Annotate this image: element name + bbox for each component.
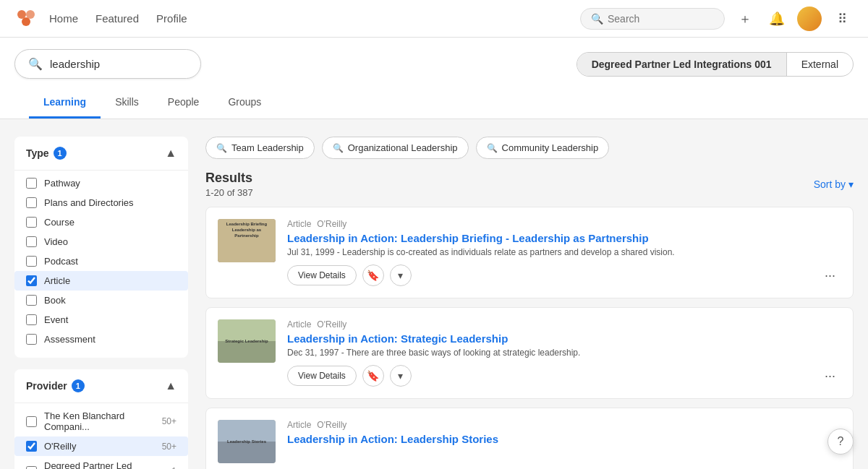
result-meta-2: Article O'Reilly	[287, 420, 841, 430]
sort-label: Sort by	[814, 178, 846, 190]
save-button-1[interactable]: ▾	[390, 365, 412, 387]
sort-chevron-icon: ▾	[848, 178, 854, 190]
label-assessment: Assessment	[44, 334, 176, 345]
filter-podcast[interactable]: Podcast	[14, 251, 188, 271]
chip-search-icon-1: 🔍	[333, 143, 344, 153]
chip-community-label: Community Leadership	[502, 142, 599, 153]
checkbox-book[interactable]	[26, 295, 37, 306]
filter-plans[interactable]: Plans and Directories	[14, 193, 188, 212]
result-content-type-2: Article	[287, 420, 311, 430]
nav-home[interactable]: Home	[49, 9, 78, 27]
nav-profile[interactable]: Profile	[156, 9, 187, 27]
filter-ken-blanchard[interactable]: The Ken Blanchard Compani... 50+	[14, 406, 188, 436]
main-layout: Type 1 ▲ Pathway Plans and Directories C…	[0, 119, 868, 469]
result-title-1[interactable]: Leadership in Action: Strategic Leadersh…	[287, 332, 841, 345]
chip-team-leadership[interactable]: 🔍 Team Leadership	[205, 137, 315, 159]
checkbox-plans[interactable]	[26, 197, 37, 208]
tab-skills[interactable]: Skills	[101, 87, 153, 119]
checkbox-article[interactable]	[26, 275, 37, 286]
result-title-2[interactable]: Leadership in Action: Leadership Stories	[287, 433, 841, 445]
type-filter-section: Type 1 ▲ Pathway Plans and Directories C…	[14, 137, 188, 358]
checkbox-video[interactable]	[26, 236, 37, 247]
more-options-button-0[interactable]: ···	[819, 265, 841, 286]
checkbox-course[interactable]	[26, 217, 37, 228]
nav-featured[interactable]: Featured	[95, 9, 139, 27]
checkbox-oreilly[interactable]	[26, 441, 37, 452]
result-meta-0: Article O'Reilly	[287, 219, 841, 229]
filter-pathway[interactable]: Pathway	[14, 173, 188, 193]
checkbox-assessment[interactable]	[26, 334, 37, 345]
view-details-button-0[interactable]: View Details	[287, 265, 357, 285]
label-oreilly: O'Reilly	[44, 441, 155, 452]
results-title: Results	[205, 171, 253, 186]
tenant-active[interactable]: Degreed Partner Led Integrations 001	[577, 53, 787, 76]
save-button-0[interactable]: ▾	[390, 264, 412, 286]
filter-book[interactable]: Book	[14, 291, 188, 310]
result-card-2: Leadership Stories Article O'Reilly Lead…	[205, 408, 854, 469]
tenant-external[interactable]: External	[787, 53, 853, 76]
type-filter-items: Pathway Plans and Directories Course Vid…	[14, 171, 188, 358]
filter-assessment[interactable]: Assessment	[14, 330, 188, 349]
bookmark-button-0[interactable]: 🔖	[362, 264, 384, 286]
provider-filter-label: Provider	[26, 380, 67, 392]
filter-video[interactable]: Video	[14, 232, 188, 251]
result-body-0: Article O'Reilly Leadership in Action: L…	[287, 219, 841, 286]
nav-search-bar[interactable]: 🔍	[580, 8, 725, 30]
sort-button[interactable]: Sort by ▾	[814, 178, 854, 190]
provider-filter-header[interactable]: Provider 1 ▲	[14, 369, 188, 403]
result-desc-0: Jul 31, 1999 - Leadership is co-created …	[287, 247, 841, 257]
filter-oreilly[interactable]: O'Reilly 50+	[14, 436, 188, 456]
checkbox-pathway[interactable]	[26, 178, 37, 189]
tenant-pill-group: Degreed Partner Led Integrations 001 Ext…	[576, 52, 854, 77]
result-thumbnail-0: Leadership BriefingLeadership as Partner…	[218, 219, 276, 262]
app-logo[interactable]	[14, 7, 38, 30]
bookmark-button-1[interactable]: 🔖	[362, 365, 384, 387]
result-content-type-0: Article	[287, 219, 311, 229]
view-details-button-1[interactable]: View Details	[287, 366, 357, 386]
chip-org-label: Organizational Leadership	[348, 142, 458, 153]
top-navigation: Home Featured Profile 🔍 ＋ 🔔 ⠿	[0, 0, 868, 38]
svg-point-0	[17, 10, 26, 19]
label-podcast: Podcast	[44, 256, 176, 267]
checkbox-degreed[interactable]	[26, 466, 37, 470]
main-search-bar[interactable]: 🔍	[14, 49, 201, 79]
type-filter-badge: 1	[54, 147, 67, 160]
tab-learning[interactable]: Learning	[29, 87, 101, 119]
result-summary-0: Leadership is co-created as individuals …	[342, 247, 675, 257]
search-banner: 🔍 Degreed Partner Led Integrations 001 E…	[0, 38, 868, 119]
filter-degreed[interactable]: Degreed Partner Led Integratio... 1	[14, 456, 188, 469]
chip-team-label: Team Leadership	[231, 142, 304, 153]
checkbox-podcast[interactable]	[26, 256, 37, 267]
result-meta-1: Article O'Reilly	[287, 319, 841, 330]
result-body-2: Article O'Reilly Leadership in Action: L…	[287, 420, 841, 448]
result-thumbnail-2: Leadership Stories	[218, 420, 276, 463]
tab-people[interactable]: People	[153, 87, 214, 119]
result-date-0: Jul 31, 1999	[287, 247, 334, 257]
provider-filter-items: The Ken Blanchard Compani... 50+ O'Reill…	[14, 403, 188, 469]
checkbox-event[interactable]	[26, 314, 37, 325]
filter-event[interactable]: Event	[14, 310, 188, 330]
filter-article[interactable]: Article	[14, 271, 188, 291]
chip-community-leadership[interactable]: 🔍 Community Leadership	[476, 137, 610, 159]
filter-course[interactable]: Course	[14, 212, 188, 232]
results-count: 1-20 of 387	[205, 187, 253, 198]
add-button[interactable]: ＋	[733, 7, 757, 30]
result-title-0[interactable]: Leadership in Action: Leadership Briefin…	[287, 232, 841, 244]
chip-org-leadership[interactable]: 🔍 Organizational Leadership	[322, 137, 469, 159]
type-filter-header[interactable]: Type 1 ▲	[14, 137, 188, 170]
apps-button[interactable]: ⠿	[830, 7, 854, 30]
main-search-input[interactable]	[50, 58, 187, 70]
help-button[interactable]: ?	[827, 429, 854, 455]
provider-filter-chevron: ▲	[165, 379, 176, 392]
more-options-button-1[interactable]: ···	[819, 366, 841, 387]
chip-search-icon-2: 🔍	[487, 143, 498, 153]
notifications-button[interactable]: 🔔	[765, 7, 788, 30]
tab-groups[interactable]: Groups	[213, 87, 276, 119]
results-header: Results 1-20 of 387 Sort by ▾	[205, 171, 854, 198]
result-card-1: Strategic Leadership Article O'Reilly Le…	[205, 307, 854, 399]
avatar[interactable]	[797, 7, 822, 31]
nav-search-input[interactable]	[608, 13, 714, 25]
provider-filter-section: Provider 1 ▲ The Ken Blanchard Compani..…	[14, 369, 188, 469]
checkbox-ken-blanchard[interactable]	[26, 416, 37, 427]
result-actions-1: View Details 🔖 ▾ ···	[287, 365, 841, 387]
